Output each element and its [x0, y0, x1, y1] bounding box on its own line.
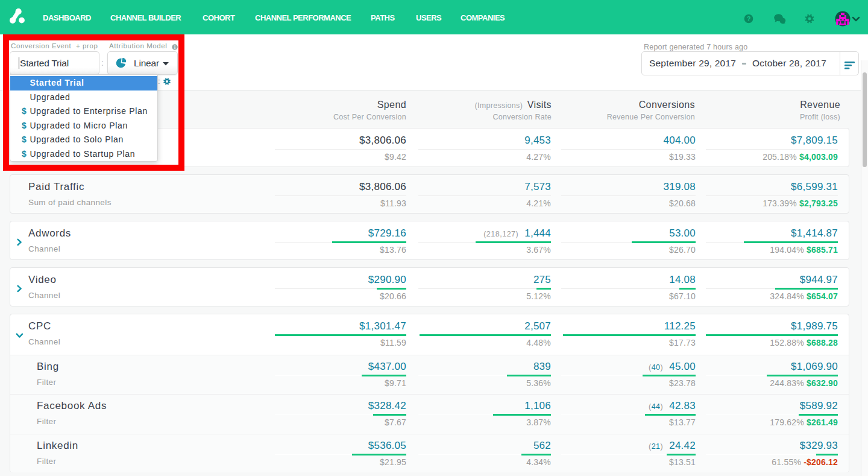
svg-text:?: ? — [747, 15, 751, 22]
